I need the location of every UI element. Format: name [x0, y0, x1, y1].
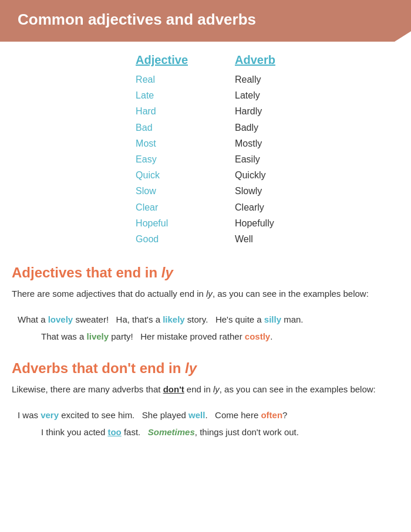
adjective-column: Adjective Real Late Hard Bad Most Easy Q…	[136, 53, 188, 247]
adverb-word-easily: Easily	[235, 151, 275, 167]
word-very: very	[41, 410, 59, 420]
section2-paragraph: Likewise, there are many adverbs that do…	[0, 380, 411, 402]
section1-example-2: That was a lively party! Her mistake pro…	[18, 328, 399, 345]
section2-heading: Adverbs that don't end in ly	[0, 354, 411, 380]
adverb-word-well: Well	[235, 231, 275, 247]
page-title: Common adjectives and adverbs	[18, 11, 393, 29]
word-sometimes: Sometimes	[148, 427, 195, 437]
word-well: well	[188, 410, 205, 420]
adverb-column: Adverb Really Lately Hardly Badly Mostly…	[235, 53, 275, 247]
adjective-word-hard: Hard	[136, 103, 188, 119]
adjective-word-quick: Quick	[136, 167, 188, 183]
adjective-word-slow: Slow	[136, 183, 188, 199]
word-lovely: lovely	[48, 314, 73, 324]
adverb-word-slowly: Slowly	[235, 183, 275, 199]
section2-example-1: I was very excited to see him. She playe…	[18, 407, 399, 424]
adverb-word-hardly: Hardly	[235, 103, 275, 119]
section-adverbs-no-ly: Adverbs that don't end in ly Likewise, t…	[0, 354, 411, 444]
word-dont: don't	[163, 384, 184, 394]
section1-examples: What a lovely sweater! Ha, that's a like…	[0, 307, 411, 348]
section1-heading: Adjectives that end in ly	[0, 259, 411, 284]
word-too: too	[107, 427, 121, 437]
adverb-word-lately: Lately	[235, 87, 275, 103]
adverb-word-mostly: Mostly	[235, 135, 275, 151]
section1-example-1: What a lovely sweater! Ha, that's a like…	[18, 311, 399, 328]
word-silly: silly	[264, 314, 281, 324]
section2-example-2: I think you acted too fast. Sometimes, t…	[18, 424, 399, 441]
adverb-word-hopefully: Hopefully	[235, 215, 275, 231]
adverb-word-quickly: Quickly	[235, 167, 275, 183]
adjective-word-bad: Bad	[136, 120, 188, 135]
adverb-column-header: Adverb	[235, 53, 275, 67]
section1-paragraph: There are some adjectives that do actual…	[0, 284, 411, 307]
adjective-word-hopeful: Hopeful	[136, 215, 188, 231]
section2-examples: I was very excited to see him. She playe…	[0, 402, 411, 444]
adjective-word-real: Real	[136, 72, 188, 87]
adjective-word-good: Good	[136, 231, 188, 247]
word-lively: lively	[87, 331, 109, 341]
word-likely: likely	[163, 314, 185, 324]
adverb-word-badly: Badly	[235, 120, 275, 135]
page-header: Common adjectives and adverbs	[0, 0, 411, 42]
word-often: often	[261, 410, 282, 420]
adjective-word-clear: Clear	[136, 199, 188, 215]
adverb-word-clearly: Clearly	[235, 199, 275, 215]
adjective-word-late: Late	[136, 87, 188, 103]
adjective-adverb-table: Adjective Real Late Hard Bad Most Easy Q…	[0, 48, 411, 259]
adjective-word-easy: Easy	[136, 151, 188, 167]
adjective-column-header: Adjective	[136, 53, 188, 67]
adjective-word-most: Most	[136, 135, 188, 151]
adverb-word-really: Really	[235, 72, 275, 87]
word-costly: costly	[245, 331, 270, 341]
section-adjectives-ly: Adjectives that end in ly There are some…	[0, 259, 411, 348]
